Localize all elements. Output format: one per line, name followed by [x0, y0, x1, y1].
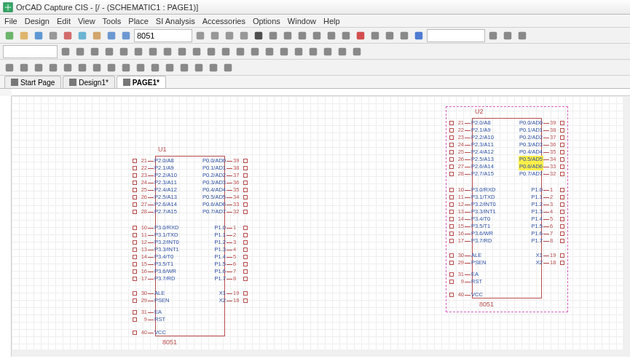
layer-combo[interactable] — [3, 45, 58, 58]
pin-14[interactable]: 14P3.4/T0 — [132, 253, 174, 261]
page-prev-button[interactable] — [267, 29, 280, 42]
pin-29[interactable]: 29PSEN — [132, 297, 170, 304]
align-l-button[interactable] — [3, 61, 16, 74]
pin-10[interactable]: 10P3.0/RXD — [132, 224, 179, 232]
pin-24[interactable]: 24P2.3/A11 — [132, 179, 178, 186]
zoom-out-button[interactable] — [208, 29, 221, 42]
unlock-button[interactable] — [178, 61, 191, 74]
netalias-button[interactable] — [103, 45, 116, 58]
pin-27[interactable]: 27P2.6/A14 — [132, 201, 178, 208]
pin-31[interactable]: 31EA — [132, 309, 162, 316]
zoom-fit-button[interactable] — [223, 29, 236, 42]
pin-13[interactable]: 13P3.3/INT1 — [132, 246, 180, 253]
pin-34[interactable]: 34P0.5/AD5 — [202, 194, 248, 201]
menu-design[interactable]: Design — [25, 17, 50, 25]
menu-accessories[interactable]: Accessories — [202, 17, 245, 25]
pin-7[interactable]: 7P1.6 — [214, 268, 248, 275]
pin-32[interactable]: 32P0.7/AD7 — [202, 208, 248, 215]
text-button[interactable] — [205, 45, 218, 58]
page-top-button[interactable] — [281, 29, 294, 42]
area1-button[interactable] — [321, 45, 334, 58]
nav-next-button[interactable] — [516, 29, 529, 42]
pin-25[interactable]: 25P2.4/A12 — [449, 149, 495, 156]
align-t-button[interactable] — [32, 61, 45, 74]
pin-11[interactable]: 11P3.1/TXD — [449, 194, 496, 201]
pin-22[interactable]: 22P2.1/A9 — [132, 165, 175, 172]
ungroup-button[interactable] — [149, 61, 162, 74]
pin-40[interactable]: 40VCC — [132, 329, 167, 336]
pin-40[interactable]: 40VCC — [449, 291, 484, 298]
pin-3[interactable]: 3P1.2 — [214, 239, 248, 246]
pin-35[interactable]: 35P0.4/AD4 — [519, 149, 565, 156]
ierc-button[interactable] — [307, 45, 320, 58]
page-grid-button[interactable] — [339, 29, 353, 42]
pin-23[interactable]: 23P2.2/A10 — [132, 172, 178, 179]
pin-38[interactable]: 38P0.1/AD1 — [202, 165, 248, 172]
pin-39[interactable]: 39P0.0/AD0 — [202, 157, 248, 165]
paste-button[interactable] — [90, 29, 103, 42]
pin-4[interactable]: 4P1.3 — [214, 246, 248, 253]
refdes[interactable]: U2 — [475, 108, 484, 115]
page-list-button[interactable] — [325, 29, 338, 42]
scrollbar-vertical[interactable] — [623, 96, 630, 349]
pin-39[interactable]: 39P0.0/AD0 — [519, 119, 565, 127]
noconnect-button[interactable] — [161, 45, 174, 58]
wire-button[interactable] — [74, 45, 87, 58]
pin-7[interactable]: 7P1.6 — [531, 230, 565, 237]
cut-button[interactable] — [61, 29, 74, 42]
pin-16[interactable]: 16P3.6/WR — [132, 268, 177, 275]
flip-h-button[interactable] — [90, 61, 103, 74]
pin-32[interactable]: 32P0.7/AD7 — [519, 170, 565, 178]
poly-button[interactable] — [277, 45, 291, 58]
eye-button[interactable] — [252, 29, 265, 42]
pin-37[interactable]: 37P0.2/AD2 — [202, 172, 248, 179]
tab-start-page[interactable]: Start Page — [4, 76, 61, 88]
pin-24[interactable]: 24P2.3/A11 — [449, 141, 495, 149]
redo-button[interactable] — [119, 29, 133, 42]
pin-6[interactable]: 6P1.5 — [214, 261, 248, 268]
pin-29[interactable]: 29PSEN — [449, 259, 487, 266]
component-u2[interactable]: U2805121P2.0/A822P2.1/A923P2.2/A1024P2.3… — [449, 109, 565, 309]
pin-13[interactable]: 13P3.3/INT1 — [449, 208, 497, 215]
page-next-button[interactable] — [296, 29, 309, 42]
offpage-button[interactable] — [176, 45, 189, 58]
part-name-combo[interactable]: 8051 — [134, 29, 192, 42]
menu-place[interactable]: Place — [128, 17, 149, 25]
menu-edit[interactable]: Edit — [57, 17, 71, 25]
pin-16[interactable]: 16P3.6/WR — [449, 230, 494, 237]
pin-18[interactable]: 18X2 — [218, 297, 248, 304]
find-button[interactable] — [487, 29, 500, 42]
snap-button[interactable] — [221, 61, 235, 74]
pin-18[interactable]: 18X2 — [535, 259, 565, 266]
zoom-in-button[interactable] — [194, 29, 207, 42]
arc-button[interactable] — [263, 45, 276, 58]
pin-1[interactable]: 1P1.0 — [214, 224, 248, 232]
tab-design1-[interactable]: Design1* — [63, 76, 115, 88]
pin-31[interactable]: 31EA — [449, 271, 479, 278]
pin-1[interactable]: 1P1.0 — [531, 186, 565, 194]
pin-30[interactable]: 30ALE — [132, 290, 165, 297]
move-sheet-button[interactable] — [383, 29, 396, 42]
pin-12[interactable]: 12P3.2/INT0 — [449, 201, 497, 208]
pin-26[interactable]: 26P2.5/A13 — [449, 156, 495, 163]
area2-button[interactable] — [336, 45, 349, 58]
schematic-canvas[interactable]: U1805121P2.0/A822P2.1/A923P2.2/A1024P2.3… — [12, 96, 630, 357]
junction-button[interactable] — [117, 45, 130, 58]
rotate-button[interactable] — [119, 61, 133, 74]
pin-36[interactable]: 36P0.3/AD3 — [519, 141, 565, 149]
tab-page1-[interactable]: PAGE1* — [117, 76, 166, 88]
pin-9[interactable]: 9RST — [449, 278, 483, 285]
ellipse-button[interactable] — [248, 45, 261, 58]
menu-si-analysis[interactable]: SI Analysis — [156, 17, 195, 25]
copy-sheet-button[interactable] — [369, 29, 382, 42]
part-value[interactable]: 8051 — [479, 301, 494, 308]
undo-button[interactable] — [105, 29, 118, 42]
layer-button[interactable] — [192, 61, 205, 74]
line-button[interactable] — [219, 45, 232, 58]
pin-8[interactable]: 8P1.7 — [214, 275, 248, 282]
pin-37[interactable]: 37P0.2/AD2 — [519, 134, 565, 141]
pin-30[interactable]: 30ALE — [449, 252, 482, 259]
pin-2[interactable]: 2P1.1 — [531, 194, 565, 201]
part-button[interactable] — [59, 45, 72, 58]
nav-prev-button[interactable] — [501, 29, 514, 42]
